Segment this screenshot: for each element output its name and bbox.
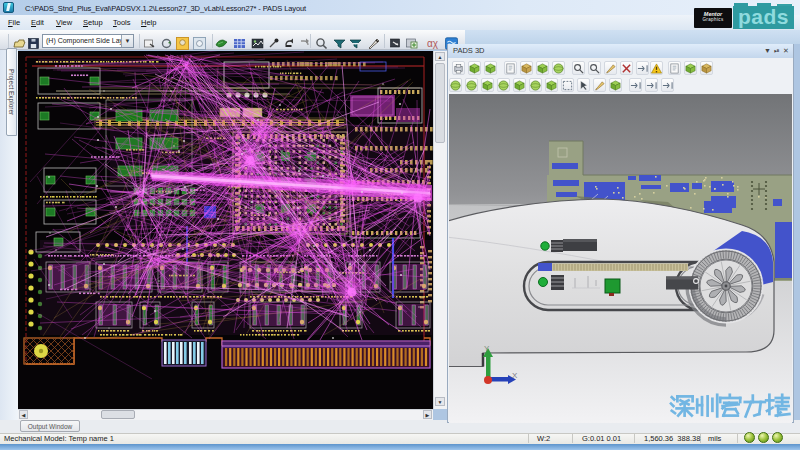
svg-text:αχ: αχ xyxy=(427,38,439,49)
svg-text:X: X xyxy=(512,371,518,380)
svg-text:Y: Y xyxy=(484,344,490,353)
